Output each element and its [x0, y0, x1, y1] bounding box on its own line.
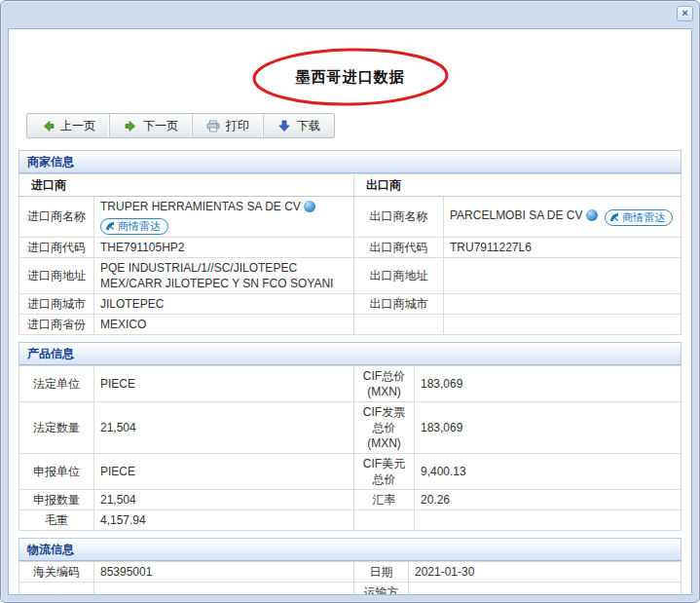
exporter-code-label: 出口商代码	[354, 237, 444, 257]
exporter-name-cell: PARCELMOBI SA DE CV 商情雷达	[444, 197, 682, 238]
download-label: 下载	[297, 118, 320, 134]
origin-country-value: CHINA	[94, 582, 354, 595]
arrow-right-icon	[124, 119, 137, 132]
importer-province-label: 进口商省份	[19, 314, 94, 334]
empty-label	[354, 314, 444, 334]
business-radar-badge[interactable]: 商情雷达	[100, 218, 168, 235]
importer-name: TRUPER HERRAMIENTAS SA DE CV	[100, 200, 301, 213]
exporter-name: PARCELMOBI SA DE CV	[450, 208, 582, 222]
arrow-down-icon	[277, 119, 291, 132]
exchange-rate-label: 汇率	[354, 489, 415, 509]
importer-name-label: 进口商名称	[19, 197, 94, 238]
empty-label	[354, 509, 415, 530]
prev-page-button[interactable]: 上一页	[27, 114, 110, 137]
importer-code-label: 进口商代码	[19, 237, 94, 257]
transport-mode-label: 运输方式	[354, 582, 409, 595]
importer-city-value: JILOTEPEC	[94, 293, 354, 314]
globe-icon[interactable]	[586, 209, 598, 221]
exporter-column-header: 出口商	[354, 174, 682, 197]
exchange-rate-value: 20.26	[415, 489, 682, 509]
origin-country-label: 原产国	[19, 582, 94, 595]
cif-invoice-total-label: CIF发票总价(MXN)	[354, 401, 415, 453]
table-row: 海关编码 85395001 日期 2021-01-30	[19, 561, 682, 582]
exporter-city-label: 出口商城市	[354, 293, 444, 314]
logistics-section-header: 物流信息	[18, 538, 682, 561]
next-page-label: 下一页	[143, 118, 178, 134]
printer-icon	[206, 119, 220, 132]
dialog-content: 墨西哥进口数据 上一页 下一页	[8, 28, 692, 595]
table-row: 进口商省份 MEXICO	[19, 314, 682, 334]
product-table: 法定单位 PIECE CIF总价(MXN) 183,069 法定数量 21,50…	[18, 365, 682, 531]
importer-name-cell: TRUPER HERRAMIENTAS SA DE CV 商情雷达	[94, 197, 354, 238]
declared-qty-value: 21,504	[94, 489, 354, 509]
section-merchant-info: 商家信息 进口商 出口商 进口商名称 TRUPER HERRAMIENTAS S…	[18, 150, 682, 335]
merchant-table: 进口商 出口商 进口商名称 TRUPER HERRAMIENTAS SA DE …	[18, 173, 682, 335]
arrow-left-icon	[41, 119, 55, 132]
merchant-section-header: 商家信息	[18, 150, 682, 173]
date-label: 日期	[354, 561, 409, 582]
legal-qty-value: 21,504	[94, 401, 354, 453]
next-page-button[interactable]: 下一页	[110, 114, 193, 137]
importer-code-value: THE791105HP2	[94, 237, 354, 257]
importer-province-value: MEXICO	[94, 314, 354, 334]
exporter-address-label: 出口商地址	[354, 257, 444, 293]
table-row: 进口商城市 JILOTEPEC 出口商城市	[19, 293, 682, 314]
exporter-name-label: 出口商名称	[354, 197, 444, 238]
legal-qty-label: 法定数量	[19, 401, 94, 453]
table-row: 原产国 CHINA 运输方式 BY SEA	[19, 582, 682, 595]
section-logistics-info: 物流信息 海关编码 85395001 日期 2021-01-30 原产国 CHI…	[18, 538, 682, 596]
gross-weight-value: 4,157.94	[94, 509, 354, 530]
product-section-header: 产品信息	[18, 342, 682, 365]
badge-label: 商情雷达	[118, 218, 161, 234]
table-row: 毛重 4,157.94	[19, 509, 682, 530]
globe-icon[interactable]	[304, 201, 315, 212]
title-zone: 墨西哥进口数据	[9, 43, 691, 113]
table-row: 申报数量 21,504 汇率 20.26	[19, 489, 682, 509]
declared-qty-label: 申报数量	[19, 489, 94, 509]
declared-unit-value: PIECE	[94, 453, 354, 489]
import-data-dialog: × 墨西哥进口数据 上一页	[0, 0, 700, 603]
badge-label: 商情雷达	[622, 209, 665, 225]
print-button[interactable]: 打印	[193, 114, 264, 137]
page-title: 墨西哥进口数据	[9, 68, 691, 87]
table-row: 法定数量 21,504 CIF发票总价(MXN) 183,069	[19, 401, 682, 453]
exporter-city-value	[444, 293, 682, 314]
table-row: 进口商 出口商	[19, 174, 682, 197]
dialog-titlebar: ×	[1, 1, 699, 28]
cif-usd-total-label: CIF美元总价	[354, 453, 415, 489]
print-label: 打印	[226, 118, 249, 134]
pager-toolbar: 上一页 下一页 打印	[26, 113, 335, 138]
radar-icon	[609, 212, 619, 222]
date-value: 2021-01-30	[409, 561, 682, 582]
hs-code-value: 85395001	[94, 561, 354, 582]
table-row: 进口商代码 THE791105HP2 出口商代码 TRU7911227L6	[19, 237, 682, 257]
cif-total-mxn-label: CIF总价(MXN)	[354, 365, 415, 401]
declared-unit-label: 申报单位	[19, 453, 94, 489]
download-button[interactable]: 下载	[264, 114, 334, 137]
importer-column-header: 进口商	[19, 174, 354, 197]
importer-city-label: 进口商城市	[19, 293, 94, 314]
table-row: 进口商名称 TRUPER HERRAMIENTAS SA DE CV	[19, 197, 682, 238]
prev-page-label: 上一页	[60, 118, 95, 134]
cif-usd-total-value: 9,400.13	[415, 453, 682, 489]
legal-unit-value: PIECE	[94, 365, 354, 401]
close-icon[interactable]: ×	[677, 6, 693, 21]
empty-value	[444, 314, 682, 334]
cif-invoice-total-value: 183,069	[415, 401, 682, 453]
importer-address-label: 进口商地址	[19, 257, 94, 293]
table-row: 法定单位 PIECE CIF总价(MXN) 183,069	[19, 365, 682, 401]
transport-mode-value: BY SEA	[409, 582, 682, 595]
table-row: 进口商地址 PQE INDUSTRIAL/1//SC/JILOTEPEC MEX…	[19, 257, 682, 293]
business-radar-badge[interactable]: 商情雷达	[605, 209, 673, 226]
hs-code-label: 海关编码	[19, 561, 94, 582]
radar-icon	[105, 221, 115, 231]
exporter-code-value: TRU7911227L6	[444, 237, 682, 257]
logistics-table: 海关编码 85395001 日期 2021-01-30 原产国 CHINA 运输…	[18, 561, 682, 596]
empty-value	[415, 509, 682, 530]
section-product-info: 产品信息 法定单位 PIECE CIF总价(MXN) 183,069 法定数量 …	[18, 342, 682, 531]
legal-unit-label: 法定单位	[19, 365, 94, 401]
cif-total-mxn-value: 183,069	[415, 365, 682, 401]
importer-address-value: PQE INDUSTRIAL/1//SC/JILOTEPEC MEX/CARR …	[94, 257, 354, 293]
table-row: 申报单位 PIECE CIF美元总价 9,400.13	[19, 453, 682, 489]
gross-weight-label: 毛重	[19, 509, 94, 530]
